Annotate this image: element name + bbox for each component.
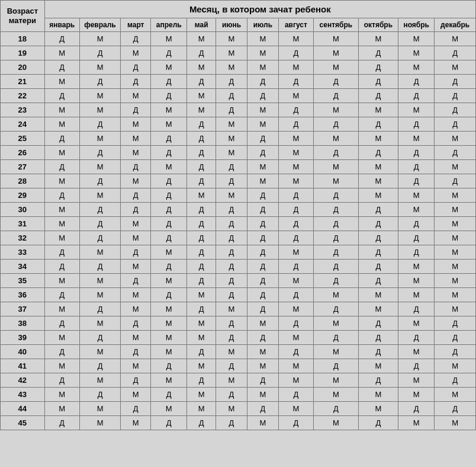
data-cell: М: [44, 46, 79, 60]
data-cell: М: [151, 103, 187, 117]
super-header-label: Месяц, в котором зачат ребенок: [44, 1, 475, 18]
data-cell: М: [435, 359, 476, 373]
data-cell: Д: [435, 89, 476, 103]
data-cell: М: [398, 345, 435, 359]
data-cell: Д: [151, 231, 187, 245]
data-cell: Д: [151, 75, 187, 89]
table-row: 43МДМДМДМДММММ: [1, 388, 476, 402]
month-header: апрель: [151, 18, 187, 32]
table-row: 19МДМДДММДМДМД: [1, 46, 476, 60]
data-cell: М: [44, 231, 79, 245]
data-cell: Д: [358, 89, 398, 103]
data-cell: Д: [398, 75, 435, 89]
data-cell: Д: [187, 274, 216, 288]
data-cell: Д: [247, 217, 278, 231]
data-cell: М: [121, 46, 151, 60]
data-cell: М: [358, 388, 398, 402]
data-cell: М: [435, 231, 476, 245]
data-cell: М: [247, 103, 278, 117]
month-header: декабрь: [435, 18, 476, 32]
data-cell: Д: [398, 331, 435, 345]
data-cell: Д: [313, 146, 358, 160]
data-cell: М: [358, 402, 398, 416]
data-cell: Д: [313, 75, 358, 89]
data-cell: М: [121, 302, 151, 316]
data-cell: М: [216, 402, 247, 416]
data-cell: Д: [44, 345, 79, 359]
data-cell: М: [187, 331, 216, 345]
data-cell: М: [121, 231, 151, 245]
data-cell: Д: [151, 288, 187, 302]
data-cell: М: [278, 274, 313, 288]
data-cell: Д: [358, 117, 398, 132]
row-header-label: Возраст матери: [1, 1, 45, 32]
data-cell: М: [313, 46, 358, 60]
data-cell: Д: [187, 146, 216, 160]
data-cell: Д: [79, 388, 121, 402]
data-cell: М: [79, 402, 121, 416]
data-cell: М: [398, 316, 435, 331]
data-cell: Д: [313, 359, 358, 373]
data-cell: Д: [44, 160, 79, 174]
data-cell: М: [247, 60, 278, 75]
data-cell: Д: [151, 174, 187, 188]
data-cell: М: [151, 245, 187, 260]
data-cell: М: [187, 32, 216, 46]
data-cell: М: [358, 188, 398, 203]
table-row: 25ДММДДМДМММММ: [1, 132, 476, 146]
data-cell: М: [151, 302, 187, 316]
data-cell: Д: [313, 188, 358, 203]
data-cell: М: [79, 60, 121, 75]
data-cell: М: [151, 117, 187, 132]
data-cell: М: [216, 132, 247, 146]
data-cell: Д: [151, 388, 187, 402]
data-cell: Д: [79, 203, 121, 217]
data-cell: Д: [121, 103, 151, 117]
data-cell: Д: [44, 32, 79, 46]
data-cell: Д: [398, 146, 435, 160]
data-cell: Д: [278, 75, 313, 89]
data-cell: Д: [435, 146, 476, 160]
data-cell: М: [79, 288, 121, 302]
data-cell: Д: [216, 231, 247, 245]
data-cell: М: [79, 103, 121, 117]
data-cell: Д: [187, 160, 216, 174]
age-cell: 23: [1, 103, 45, 117]
table-row: 28МДМДДДММММДД: [1, 174, 476, 188]
table-row: 31МДМДДДДДДДДМ: [1, 217, 476, 231]
data-cell: М: [121, 416, 151, 430]
table-row: 37МДММДМДМДМДМ: [1, 302, 476, 316]
data-cell: Д: [358, 217, 398, 231]
data-cell: М: [247, 32, 278, 46]
data-cell: М: [313, 60, 358, 75]
data-cell: Д: [435, 345, 476, 359]
data-cell: Д: [79, 75, 121, 89]
data-cell: Д: [247, 132, 278, 146]
data-cell: Д: [121, 188, 151, 203]
data-cell: Д: [216, 75, 247, 89]
data-cell: Д: [358, 331, 398, 345]
age-cell: 45: [1, 416, 45, 430]
data-cell: М: [278, 89, 313, 103]
age-cell: 31: [1, 217, 45, 231]
table-row: 44ММДМММДМДМДД: [1, 402, 476, 416]
data-cell: М: [44, 174, 79, 188]
table-row: 21МДДДДДДДДДДД: [1, 75, 476, 89]
data-cell: М: [435, 288, 476, 302]
data-cell: М: [79, 89, 121, 103]
age-cell: 20: [1, 60, 45, 75]
data-cell: Д: [121, 75, 151, 89]
data-cell: Д: [398, 402, 435, 416]
month-header: сентябрь: [313, 18, 358, 32]
age-cell: 24: [1, 117, 45, 132]
data-cell: Д: [216, 245, 247, 260]
data-cell: Д: [398, 160, 435, 174]
data-cell: М: [358, 288, 398, 302]
data-cell: М: [79, 373, 121, 388]
data-cell: Д: [247, 231, 278, 245]
data-cell: Д: [278, 388, 313, 402]
month-header: июль: [247, 18, 278, 32]
data-cell: Д: [151, 89, 187, 103]
data-cell: Д: [398, 89, 435, 103]
data-cell: М: [187, 188, 216, 203]
